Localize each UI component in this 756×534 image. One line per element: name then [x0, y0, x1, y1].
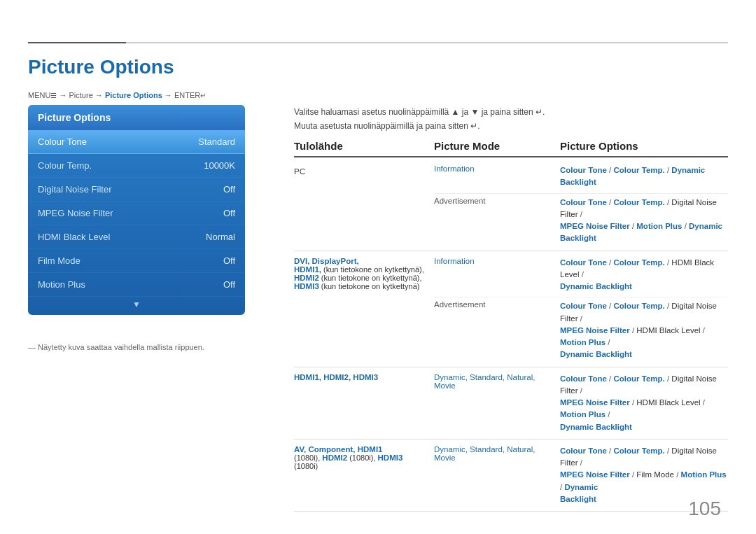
sub-row: Information Colour Tone / Colour Temp. /…	[434, 164, 728, 193]
menu-item-label-hdmi-black: HDMI Black Level	[38, 232, 110, 242]
menu-item-value-colour-temp: 10000K	[204, 160, 235, 171]
breadcrumb-menu: MENU☰	[28, 91, 57, 99]
breadcrumb-enter: ENTER↵	[174, 91, 206, 99]
cell-tulolahde-dvi: DVI, DisplayPort, HDMI1, (kun tietokone …	[294, 257, 434, 361]
menu-item-mpeg-noise[interactable]: MPEG Noise Filter Off	[28, 202, 245, 225]
cell-tulolahde-hdmi: HDMI1, HDMI2, HDMI3	[294, 373, 434, 433]
menu-item-motion-plus[interactable]: Motion Plus Off	[28, 273, 245, 297]
menu-item-label-mpeg-noise: MPEG Noise Filter	[38, 208, 113, 218]
note: ― Näytetty kuva saattaa vaihdella mallis…	[28, 343, 204, 351]
scroll-down-arrow[interactable]: ▼	[28, 297, 245, 311]
breadcrumb-picture-options: Picture Options	[105, 91, 162, 99]
instructions: Valitse haluamasi asetus nuolinäppäimill…	[294, 105, 728, 134]
cell-picturemode-advertisement: Advertisement	[434, 197, 560, 245]
cell-picturemode-modes4: Dynamic, Standard, Natural, Movie	[434, 445, 560, 505]
cell-tulolahde-pc: PC	[294, 164, 434, 245]
table-row: PC Information Colour Tone / Colour Temp…	[294, 159, 728, 251]
cell-picturemode-modes3: Dynamic, Standard, Natural, Movie	[434, 373, 560, 433]
cell-picturemode-information: Information	[434, 164, 560, 189]
top-line-full	[28, 42, 728, 43]
instruction-line2: Muuta asetusta nuolinäppäimillä ja paina…	[294, 119, 728, 133]
header-picture-options: Picture Options	[560, 140, 728, 152]
sub-row: Advertisement Colour Tone / Colour Temp.…	[434, 193, 728, 245]
cell-picturemode-advertisement2: Advertisement	[434, 300, 560, 360]
cell-pictureoptions-pc-info: Colour Tone / Colour Temp. / Dynamic Bac…	[560, 164, 728, 189]
breadcrumb-arrow3: →	[164, 91, 174, 99]
menu-item-label-colour-tone: Colour Tone	[38, 136, 87, 147]
menu-item-hdmi-black[interactable]: HDMI Black Level Normal	[28, 225, 245, 249]
breadcrumb-arrow1: →	[59, 91, 69, 99]
menu-item-label-motion-plus: Motion Plus	[38, 279, 85, 290]
instruction-line1: Valitse haluamasi asetus nuolinäppäimill…	[294, 105, 728, 119]
menu-item-value-hdmi-black: Normal	[206, 232, 235, 242]
cell-picturemode-information2: Information	[434, 257, 560, 293]
cell-pictureoptions-dvi-info: Colour Tone / Colour Temp. / HDMI Black …	[560, 257, 728, 293]
cell-pictureoptions-hdmi: Colour Tone / Colour Temp. / Digital Noi…	[560, 373, 728, 433]
menu-item-film-mode[interactable]: Film Mode Off	[28, 249, 245, 273]
cell-tulolahde-av: AV, Component, HDMI1 (1080i), HDMI2 (108…	[294, 445, 434, 505]
menu-item-value-mpeg-noise: Off	[223, 208, 235, 218]
menu-panel-title: Picture Options	[28, 105, 245, 130]
cell-pictureoptions-dvi-adv: Colour Tone / Colour Temp. / Digital Noi…	[560, 300, 728, 360]
page-number: 105	[688, 498, 721, 520]
cell-pictureoptions-pc-adv: Colour Tone / Colour Temp. / Digital Noi…	[560, 197, 728, 245]
breadcrumb-arrow2: →	[95, 91, 105, 99]
menu-panel: Picture Options Colour Tone Standard Col…	[28, 105, 245, 315]
menu-item-digital-noise[interactable]: Digital Noise Filter Off	[28, 178, 245, 202]
table-header: Tulolähde Picture Mode Picture Options	[294, 140, 728, 157]
header-picture-mode: Picture Mode	[434, 140, 560, 152]
menu-item-value-film-mode: Off	[223, 255, 235, 266]
menu-item-value-digital-noise: Off	[223, 184, 235, 195]
table-row: AV, Component, HDMI1 (1080i), HDMI2 (108…	[294, 440, 728, 512]
picture-options-table: Tulolähde Picture Mode Picture Options P…	[294, 140, 728, 512]
table-row: HDMI1, HDMI2, HDMI3 Dynamic, Standard, N…	[294, 367, 728, 440]
menu-item-value-motion-plus: Off	[223, 279, 235, 290]
page-title: Picture Options	[28, 56, 174, 78]
sub-row: Advertisement Colour Tone / Colour Temp.…	[434, 297, 728, 360]
breadcrumb-picture: Picture	[69, 91, 93, 99]
menu-item-colour-temp[interactable]: Colour Temp. 10000K	[28, 154, 245, 178]
menu-item-colour-tone[interactable]: Colour Tone Standard	[28, 130, 245, 154]
breadcrumb: MENU☰ → Picture → Picture Options → ENTE…	[28, 91, 206, 99]
menu-item-label-colour-temp: Colour Temp.	[38, 160, 92, 171]
menu-item-value-colour-tone: Standard	[198, 136, 235, 147]
cell-pictureoptions-av: Colour Tone / Colour Temp. / Digital Noi…	[560, 445, 728, 505]
top-line-accent	[28, 42, 126, 43]
menu-item-label-digital-noise: Digital Noise Filter	[38, 184, 111, 195]
sub-row: Information Colour Tone / Colour Temp. /…	[434, 257, 728, 297]
header-tulolahde: Tulolähde	[294, 140, 434, 152]
menu-item-label-film-mode: Film Mode	[38, 255, 80, 266]
table-row: DVI, DisplayPort, HDMI1, (kun tietokone …	[294, 251, 728, 367]
